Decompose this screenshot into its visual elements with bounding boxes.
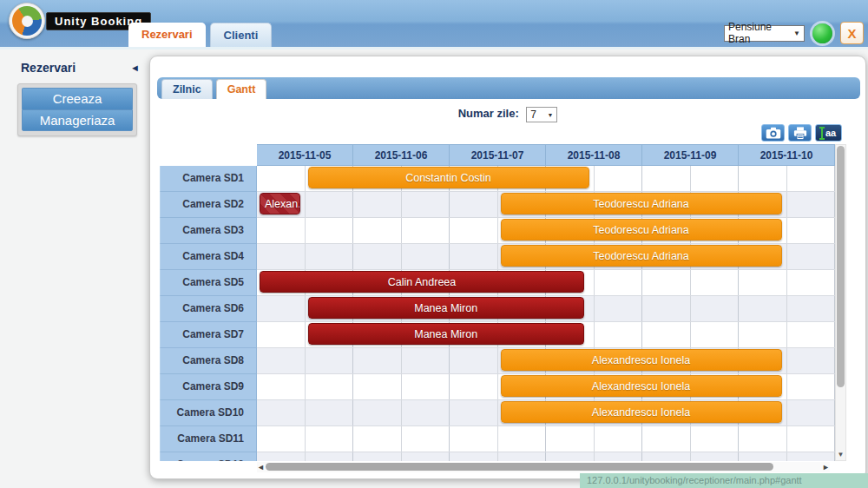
tab-zilnic[interactable]: Zilnic <box>161 79 213 99</box>
horizontal-scrollbar-thumb[interactable] <box>266 463 773 471</box>
gantt-row-body[interactable] <box>257 426 835 452</box>
gantt-cell <box>402 452 450 461</box>
gantt-cell <box>353 426 402 452</box>
gantt-cell <box>691 426 740 452</box>
gantt-row-body[interactable]: Alexan...Teodorescu Adriana <box>257 192 835 218</box>
printer-icon <box>793 127 807 140</box>
close-button[interactable]: X <box>840 22 864 44</box>
gantt-row-body[interactable]: Manea Miron <box>257 296 835 322</box>
sidebar-collapse-icon[interactable]: ◄ <box>130 63 140 73</box>
gantt-row: Camera SD6Manea Miron <box>160 296 835 322</box>
vertical-scrollbar[interactable]: ▼ <box>835 144 846 461</box>
gantt-row-body[interactable]: Alexandrescu Ionela <box>257 374 835 400</box>
tab-gantt[interactable]: Gantt <box>216 79 267 99</box>
gantt-row-body[interactable]: Teodorescu Adriana <box>257 244 835 270</box>
gantt-cell <box>402 192 450 217</box>
gantt-cell <box>450 192 498 217</box>
chevron-down-icon: ▼ <box>793 30 800 37</box>
gantt-cell <box>353 348 402 373</box>
gantt-cell <box>787 452 836 461</box>
screenshot-button[interactable] <box>761 124 785 142</box>
gantt-cell <box>450 348 498 373</box>
gantt-row: Camera SD1Constantin Costin <box>160 166 835 192</box>
reservation-bar[interactable]: Manea Miron <box>308 323 584 345</box>
reservation-bar[interactable]: Alexandrescu Ionela <box>501 375 782 397</box>
reservation-bar[interactable]: Alexandrescu Ionela <box>501 349 782 371</box>
gantt-row: Camera SD11 <box>160 426 835 452</box>
gantt-cell <box>450 426 498 452</box>
gantt-row-body[interactable]: Constantin Costin <box>257 166 835 192</box>
gantt-cell <box>787 192 836 217</box>
gantt-cell <box>353 192 402 217</box>
gantt-row-body[interactable]: Alexandrescu Ionela <box>257 348 835 374</box>
gantt-cell <box>402 374 450 399</box>
reservation-bar[interactable]: Manea Miron <box>308 297 584 319</box>
gantt-cell <box>450 452 498 461</box>
gantt-cell <box>353 452 402 461</box>
gantt-cell <box>787 426 836 452</box>
vertical-scrollbar-thumb[interactable] <box>837 146 845 387</box>
gantt-row-body[interactable]: Manea Miron <box>257 322 835 348</box>
reservation-bar[interactable]: Alexan... <box>260 193 300 214</box>
font-size-button[interactable]: aa <box>815 124 842 142</box>
gantt-cell <box>450 374 498 399</box>
gantt-row: Camera SD3Teodorescu Adriana <box>160 218 835 244</box>
gantt-corner-spacer <box>160 144 257 166</box>
gantt-cell <box>306 374 354 399</box>
reservation-bar[interactable]: Teodorescu Adriana <box>501 219 782 241</box>
gantt-cell <box>306 192 354 217</box>
scroll-right-icon[interactable]: ► <box>822 462 830 472</box>
gantt-cell <box>739 426 787 452</box>
gantt-cell <box>402 400 450 425</box>
reservation-bar[interactable]: Teodorescu Adriana <box>501 245 782 267</box>
gantt-cell <box>402 426 450 452</box>
room-label: Camera SD3 <box>160 218 257 244</box>
room-label: Camera SD8 <box>160 348 257 374</box>
unity-logo-icon <box>9 3 45 39</box>
text-cursor-icon <box>821 128 823 139</box>
gantt-row: Camera SD7Manea Miron <box>160 322 835 348</box>
gantt-row-body[interactable]: Calin Andreea <box>257 270 835 296</box>
print-button[interactable] <box>788 124 812 142</box>
gantt-cell <box>257 322 306 347</box>
gantt-cell <box>306 244 354 269</box>
gantt-cell <box>642 296 691 321</box>
gantt-cell <box>257 348 306 373</box>
gantt-row-body[interactable] <box>257 452 835 461</box>
connection-status-icon <box>812 23 832 43</box>
reservation-bar[interactable]: Teodorescu Adriana <box>501 193 782 214</box>
scroll-left-icon[interactable]: ◄ <box>257 462 265 472</box>
gantt-row: Camera SD10Alexandrescu Ionela <box>160 400 835 426</box>
reservation-bar[interactable]: Alexandrescu Ionela <box>501 401 782 423</box>
gantt-cell <box>642 322 691 347</box>
room-label: Camera SD6 <box>160 296 257 322</box>
gantt-cell <box>787 218 836 243</box>
property-select[interactable]: Pensiune Bran ▼ <box>724 25 805 42</box>
reservation-bar[interactable]: Calin Andreea <box>260 271 584 293</box>
gantt-row-body[interactable]: Teodorescu Adriana <box>257 218 835 244</box>
room-label: Camera SD11 <box>160 426 257 452</box>
chevron-down-icon: ▼ <box>547 112 553 118</box>
gantt-cell <box>739 270 787 295</box>
create-reservation-button[interactable]: Creeaza <box>22 88 133 109</box>
gantt-row: Camera SD8Alexandrescu Ionela <box>160 348 835 374</box>
tab-clienti[interactable]: Clienti <box>210 23 273 47</box>
reservation-bar[interactable]: Constantin Costin <box>308 167 589 188</box>
room-label: Camera SD12 <box>160 452 257 461</box>
sidebar-title: Rezervari <box>21 61 76 75</box>
horizontal-scrollbar[interactable]: ◄ ► <box>257 462 830 472</box>
days-select[interactable]: 7 ▼ <box>526 107 557 122</box>
room-label: Camera SD10 <box>160 400 257 426</box>
gantt-cell <box>353 400 402 425</box>
tab-rezervari[interactable]: Rezervari <box>128 23 206 47</box>
gantt-cell <box>787 244 836 269</box>
gantt-row-body[interactable]: Alexandrescu Ionela <box>257 400 835 426</box>
manage-reservation-button[interactable]: Manageriaza <box>22 109 133 131</box>
gantt-cell <box>787 296 836 321</box>
gantt-cell <box>595 166 643 191</box>
scroll-down-icon[interactable]: ▼ <box>836 451 845 458</box>
gantt-date-header: 2015-11-08 <box>546 144 642 166</box>
room-label: Camera SD2 <box>160 192 257 218</box>
gantt-cell <box>257 296 306 321</box>
gantt-cell <box>257 374 306 399</box>
